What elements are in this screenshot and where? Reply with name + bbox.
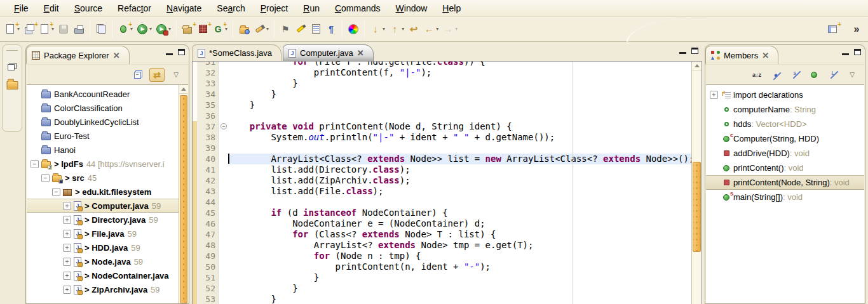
new-wizard-button[interactable]: +▾ xyxy=(3,21,22,37)
generate-button[interactable]: G+▾ xyxy=(210,21,229,37)
chevron-down-icon[interactable]: ▾ xyxy=(402,26,404,32)
member-item[interactable]: addDrive(HDD) : void xyxy=(706,146,864,161)
last-edit-location-button[interactable]: ↩ xyxy=(406,21,421,37)
show-console-button[interactable] xyxy=(308,21,323,37)
minimize-icon[interactable] xyxy=(166,50,173,55)
new-junit-button[interactable]: + xyxy=(195,21,210,37)
maximize-icon[interactable] xyxy=(691,48,698,54)
tree-item[interactable]: +J> File.java59 xyxy=(27,227,179,241)
code-line[interactable]: } xyxy=(228,272,691,283)
hide-static-button[interactable]: s xyxy=(787,68,803,82)
minimize-icon[interactable] xyxy=(679,48,686,54)
tree-item[interactable]: +J> Directory.java59 xyxy=(27,213,179,227)
quick-diff-column[interactable] xyxy=(193,62,198,304)
editor-tab-computerjava[interactable]: JComputer.java✕ xyxy=(283,44,374,61)
customize-perspective-button[interactable]: + xyxy=(825,21,840,37)
restore-pane-icon[interactable] xyxy=(8,63,17,70)
menu-item-edit[interactable]: Edit xyxy=(36,1,67,15)
code-line[interactable]: NodeContainer e = (NodeContainer) d; xyxy=(228,218,691,229)
color-wheel-button[interactable] xyxy=(346,21,361,37)
member-item[interactable]: computerName : String xyxy=(706,102,864,117)
member-item-selected[interactable]: printContent(Node, String) : void xyxy=(706,175,864,190)
package-explorer-tab[interactable]: Package Explorer ✕ xyxy=(26,46,130,64)
expand-icon[interactable]: + xyxy=(63,216,71,224)
menu-item-window[interactable]: Window xyxy=(388,1,435,15)
fold-collapse-icon[interactable]: − xyxy=(220,123,227,129)
expand-icon[interactable]: + xyxy=(63,258,71,266)
code-line[interactable]: private void printContent(Node d, String… xyxy=(228,121,691,132)
menu-item-help[interactable]: Help xyxy=(435,1,468,15)
link-with-editor-button[interactable]: ⇄ xyxy=(149,68,165,82)
code-line[interactable]: for (File f : hdd.get(File.class)) { xyxy=(228,62,691,67)
show-whitespace-button[interactable]: ¶ xyxy=(323,21,339,37)
fastview-grip[interactable] xyxy=(6,50,18,51)
tree-item[interactable]: +J> Node.java59 xyxy=(27,254,179,268)
code-line[interactable]: if (d instanceof NodeContainer) { xyxy=(228,208,691,218)
code-line[interactable] xyxy=(228,110,691,121)
code-line[interactable]: for (Node n : tmp) { xyxy=(228,251,691,261)
scroll-up-icon[interactable] xyxy=(179,85,188,94)
collapse-all-button[interactable] xyxy=(130,68,146,82)
tree-item[interactable]: −J> IpdFs44 [https://svnserver.i xyxy=(27,157,179,171)
expand-icon[interactable]: + xyxy=(63,202,71,210)
member-item[interactable]: hdds : Vector<HDD> xyxy=(706,117,864,131)
chevron-down-icon[interactable]: ▾ xyxy=(266,26,269,32)
run-history-button[interactable]: ▾ xyxy=(154,21,173,37)
code-line[interactable]: System.out.println("|-" + ident + " " + … xyxy=(228,132,691,143)
member-item[interactable]: cComputer(String, HDD) xyxy=(706,131,864,146)
code-line[interactable]: } xyxy=(228,294,691,304)
chevron-down-icon[interactable]: ▾ xyxy=(383,26,385,32)
expand-icon[interactable]: + xyxy=(63,244,71,252)
member-item[interactable]: +import declarations xyxy=(706,88,864,102)
expand-icon[interactable]: + xyxy=(63,230,71,238)
tree-item[interactable]: +J> ZipArchiv.java59 xyxy=(27,282,179,296)
code-line[interactable]: printContent(f, "|-"); xyxy=(228,67,691,78)
search-button[interactable]: ▾ xyxy=(252,21,271,37)
tree-item[interactable]: −> edu.kit.filesystem xyxy=(27,185,179,199)
maximize-icon[interactable] xyxy=(178,49,185,55)
minimize-icon[interactable] xyxy=(842,50,849,55)
code-line[interactable]: ArrayList<? extends Node> tmp = e.get(T)… xyxy=(228,240,691,251)
expand-icon[interactable]: + xyxy=(63,286,71,294)
code-line[interactable]: list.add(Directory.class); xyxy=(228,164,691,175)
menu-item-project[interactable]: Project xyxy=(253,1,296,15)
tree-item[interactable]: +DoublyLinkedCyclicList xyxy=(27,115,179,129)
new-file-button[interactable]: +▾ xyxy=(37,21,56,37)
tree-item[interactable]: +BankAccountReader xyxy=(27,87,179,101)
build-pages-button[interactable] xyxy=(93,21,109,37)
highlight-button[interactable] xyxy=(293,21,308,37)
tree-item-selected[interactable]: +J> Computer.java59 xyxy=(27,199,179,213)
code-line[interactable]: list.add(ZipArchiv.class); xyxy=(228,175,691,186)
open-resource-button[interactable] xyxy=(236,21,252,37)
close-icon[interactable]: ✕ xyxy=(357,48,364,58)
code-line[interactable]: for (Class<? extends Node> T : list) { xyxy=(228,229,691,240)
collapse-icon[interactable]: − xyxy=(52,188,60,196)
code-line[interactable]: } xyxy=(228,100,691,110)
debug-button[interactable]: +▾ xyxy=(116,21,135,37)
scroll-up-icon[interactable] xyxy=(692,62,702,70)
print-button[interactable] xyxy=(71,21,86,37)
members-tab[interactable]: Members ✕ xyxy=(705,46,778,64)
chevron-down-icon[interactable]: ▾ xyxy=(168,26,171,32)
close-icon[interactable]: ✕ xyxy=(762,51,769,60)
maximize-icon[interactable] xyxy=(854,49,861,55)
overflow-button[interactable]: » xyxy=(849,21,864,37)
folding-column[interactable]: − xyxy=(219,62,228,304)
menu-item-navigate[interactable]: Navigate xyxy=(159,1,209,15)
code-line[interactable]: } xyxy=(228,89,691,100)
code-line[interactable]: } xyxy=(228,283,691,294)
view-menu-button[interactable]: ▽ xyxy=(168,68,184,82)
member-item[interactable]: printContent() : void xyxy=(706,161,864,175)
code-line[interactable]: } xyxy=(228,78,691,89)
code-line[interactable]: printContent(n, ident + "-"); xyxy=(228,261,691,272)
menu-item-commands[interactable]: Commands xyxy=(327,1,388,15)
tree-item[interactable]: +ColorClassification xyxy=(27,101,179,115)
code-line[interactable]: list.add(File.class); xyxy=(228,186,691,197)
editor-scrollbar[interactable] xyxy=(691,62,702,304)
code-area[interactable]: for (File f : hdd.get(File.class)) { pri… xyxy=(228,62,691,304)
expand-icon[interactable]: + xyxy=(710,91,718,99)
run-button[interactable]: ▾ xyxy=(135,21,154,37)
mark-occurrences-button[interactable]: ⚑ xyxy=(278,21,293,37)
close-icon[interactable]: ✕ xyxy=(113,51,120,60)
new-window-button[interactable]: + xyxy=(22,21,37,37)
